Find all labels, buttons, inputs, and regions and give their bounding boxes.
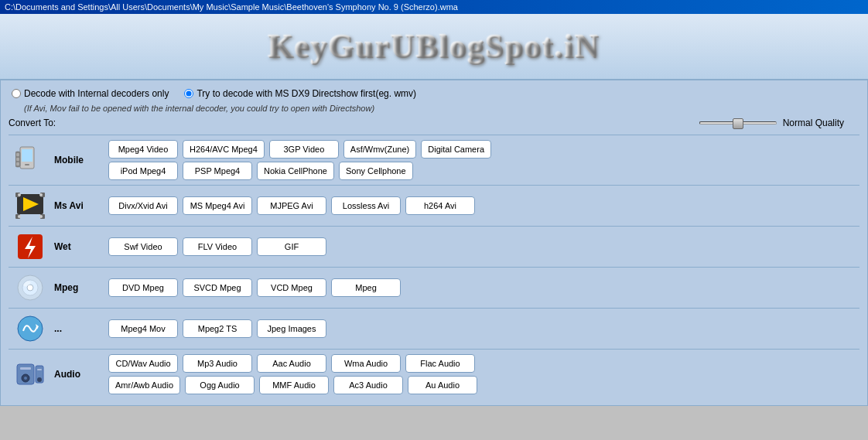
category-row-audio: Audio CD/Wav Audio Mp3 Audio Aac Audio W… [9, 350, 859, 400]
dvd-icon [15, 272, 46, 303]
btn-ipodmpeg4[interactable]: iPod Mpeg4 [108, 162, 178, 180]
quality-slider[interactable] [699, 121, 777, 124]
web-name: Wet [51, 227, 105, 268]
btn-mjpegavi[interactable]: MJPEG Avi [257, 196, 326, 215]
btn-nokiacellphone[interactable]: Nokia CellPhone [257, 162, 334, 180]
btn-mmfaudio[interactable]: MMF Audio [259, 376, 329, 394]
convert-row: Convert To: Normal Quality [9, 118, 859, 128]
mobile-buttons: Mpeg4 Video H264/AVC Mpeg4 3GP Video Asf… [105, 135, 859, 186]
btn-auaudio[interactable]: Au Audio [408, 376, 477, 394]
audio-icon [15, 359, 46, 390]
msavi-row1: Divx/Xvid Avi MS Mpeg4 Avi MJPEG Avi Los… [108, 196, 856, 215]
svg-rect-1 [22, 149, 32, 162]
btn-h264avi[interactable]: h264 Avi [405, 196, 475, 215]
btn-wmaaudio[interactable]: Wma Audio [331, 354, 401, 373]
btn-losslessavi[interactable]: Lossless Avi [331, 196, 401, 215]
audio-icon-cell [9, 350, 51, 400]
decoder-option2[interactable]: Try to decode with MS DX9 Directshow fir… [184, 88, 416, 99]
other-icon-cell [9, 309, 51, 350]
btn-sonycellphone[interactable]: Sony Cellphone [339, 162, 413, 180]
decoder-option1[interactable]: Decode with Internal decoders only [12, 88, 169, 99]
svg-point-16 [39, 215, 43, 218]
audio-row2: Amr/Awb Audio Ogg Audio MMF Audio Ac3 Au… [108, 376, 856, 394]
btn-3gpvideo[interactable]: 3GP Video [269, 140, 339, 159]
decoder-option1-label: Decode with Internal decoders only [24, 88, 169, 99]
title-bar: C:\Documents and Settings\All Users\Docu… [0, 0, 868, 14]
btn-mp3audio[interactable]: Mp3 Audio [183, 354, 252, 373]
decoder-radio1[interactable] [12, 89, 21, 98]
web-buttons: Swf Video FLV Video GIF [105, 227, 859, 268]
btn-mpeg4video[interactable]: Mpeg4 Video [108, 140, 178, 159]
category-row-mobile: Mobile Mpeg4 Video H264/AVC Mpeg4 3GP Vi… [9, 135, 859, 186]
mpeg-row1: DVD Mpeg SVCD Mpeg VCD Mpeg Mpeg [108, 278, 856, 297]
btn-mpeg2ts[interactable]: Mpeg2 TS [183, 319, 252, 338]
btn-amrawbaudio[interactable]: Amr/Awb Audio [108, 376, 180, 394]
svg-point-13 [18, 193, 21, 196]
svg-point-15 [18, 215, 21, 218]
flash-icon [15, 231, 46, 262]
logo-area: KeyGurUBlogSpot.iN [0, 14, 868, 80]
category-row-other: ... Mpeg4 Mov Mpeg2 TS Jpeg Images [9, 309, 859, 350]
btn-flvvideo[interactable]: FLV Video [183, 237, 252, 256]
other-name: ... [51, 309, 105, 350]
logo: KeyGurUBlogSpot.iN [268, 28, 600, 65]
decoder-hint: (If Avi, Mov fail to be opened with the … [9, 104, 859, 113]
svg-point-27 [24, 377, 27, 380]
decoder-radio2[interactable] [184, 89, 193, 98]
btn-msmpeg4avi[interactable]: MS Mpeg4 Avi [183, 196, 252, 215]
decoder-option2-label: Try to decode with MS DX9 Directshow fir… [196, 88, 416, 99]
svg-rect-28 [20, 367, 31, 370]
btn-swfvideo[interactable]: Swf Video [108, 237, 178, 256]
other-buttons: Mpeg4 Mov Mpeg2 TS Jpeg Images [105, 309, 859, 350]
btn-dvdmpeg[interactable]: DVD Mpeg [108, 278, 178, 297]
category-row-mpeg: Mpeg DVD Mpeg SVCD Mpeg VCD Mpeg Mpeg [9, 268, 859, 309]
mpeg-name: Mpeg [51, 268, 105, 309]
btn-digitalcamera[interactable]: Digital Camera [421, 140, 491, 159]
svg-rect-31 [37, 369, 42, 370]
convert-label: Convert To: [9, 118, 56, 128]
btn-mpeg[interactable]: Mpeg [331, 278, 401, 297]
svg-rect-6 [16, 162, 19, 165]
mpeg-buttons: DVD Mpeg SVCD Mpeg VCD Mpeg Mpeg [105, 268, 859, 309]
btn-oggaudio[interactable]: Ogg Audio [185, 376, 255, 394]
title-text: C:\Documents and Settings\All Users\Docu… [5, 2, 458, 12]
btn-h264avc[interactable]: H264/AVC Mpeg4 [183, 140, 265, 159]
mobile-icon [15, 145, 46, 176]
other-icon [15, 313, 46, 344]
flash-icon-cell [9, 227, 51, 268]
svg-rect-5 [16, 158, 19, 161]
other-row1: Mpeg4 Mov Mpeg2 TS Jpeg Images [108, 319, 856, 338]
btn-asfwmv[interactable]: Asf/Wmv(Zune) [343, 140, 416, 159]
slider-thumb [733, 118, 743, 129]
mobile-row2: iPod Mpeg4 PSP Mpeg4 Nokia CellPhone Son… [108, 162, 856, 180]
mobile-icon-cell [9, 135, 51, 186]
avi-icon [15, 190, 46, 221]
category-row-msavi: Ms Avi Divx/Xvid Avi MS Mpeg4 Avi MJPEG … [9, 186, 859, 227]
msavi-buttons: Divx/Xvid Avi MS Mpeg4 Avi MJPEG Avi Los… [105, 186, 859, 227]
svg-point-14 [39, 193, 43, 196]
audio-name: Audio [51, 350, 105, 400]
categories-table: Mobile Mpeg4 Video H264/AVC Mpeg4 3GP Vi… [9, 135, 859, 399]
msavi-name: Ms Avi [51, 186, 105, 227]
btn-mpeg4mov[interactable]: Mpeg4 Mov [108, 319, 178, 338]
decoder-options-row: Decode with Internal decoders only Try t… [9, 87, 859, 101]
btn-pspmpeg4[interactable]: PSP Mpeg4 [183, 162, 252, 180]
btn-divxxvid[interactable]: Divx/Xvid Avi [108, 196, 178, 215]
mobile-name: Mobile [51, 135, 105, 186]
btn-svcdmpeg[interactable]: SVCD Mpeg [183, 278, 252, 297]
quality-slider-container: Normal Quality [699, 118, 844, 128]
audio-buttons: CD/Wav Audio Mp3 Audio Aac Audio Wma Aud… [105, 350, 859, 400]
btn-aacaudio[interactable]: Aac Audio [257, 354, 326, 373]
svg-rect-4 [16, 153, 19, 156]
btn-vcdmpeg[interactable]: VCD Mpeg [257, 278, 326, 297]
btn-ac3audio[interactable]: Ac3 Audio [333, 376, 403, 394]
dvd-icon-cell [9, 268, 51, 309]
btn-jpegimages[interactable]: Jpeg Images [257, 319, 326, 338]
btn-gif[interactable]: GIF [257, 237, 326, 256]
category-row-web: Wet Swf Video FLV Video GIF [9, 227, 859, 268]
btn-cdwavaudio[interactable]: CD/Wav Audio [108, 354, 178, 373]
btn-flacaudio[interactable]: Flac Audio [405, 354, 475, 373]
audio-row1: CD/Wav Audio Mp3 Audio Aac Audio Wma Aud… [108, 354, 856, 373]
main-area: Decode with Internal decoders only Try t… [0, 80, 868, 406]
svg-point-30 [37, 377, 42, 382]
